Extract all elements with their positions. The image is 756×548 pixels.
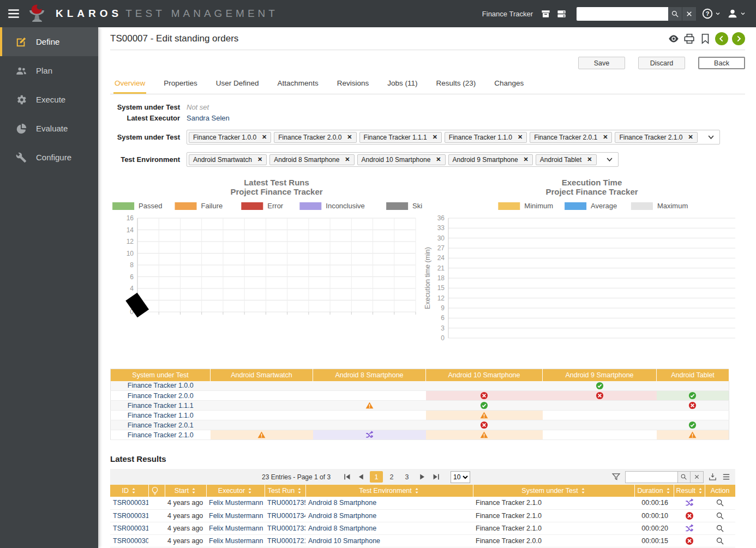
watch-icon[interactable]: [668, 33, 680, 45]
first-page-icon[interactable]: [343, 472, 352, 481]
latest-executor-link[interactable]: Sandra Selen: [187, 114, 230, 122]
results-column-result[interactable]: Result: [674, 485, 705, 497]
sidebar-item-plan[interactable]: Plan: [0, 56, 98, 85]
last-page-icon[interactable]: [431, 472, 441, 481]
search-icon[interactable]: [668, 7, 682, 21]
chip-remove-icon[interactable]: ✕: [436, 156, 441, 163]
tab-overview[interactable]: Overview: [113, 75, 146, 94]
save-button[interactable]: Save: [578, 57, 625, 69]
archive-icon[interactable]: [541, 9, 551, 19]
chip-remove-icon[interactable]: ✕: [262, 134, 267, 141]
bookmark-icon[interactable]: [699, 33, 711, 45]
print-icon[interactable]: [683, 33, 695, 45]
clear-search-icon[interactable]: [682, 7, 696, 21]
table-search-clear-icon[interactable]: [691, 471, 704, 483]
chip-remove-icon[interactable]: ✕: [688, 134, 693, 141]
result-testrun-link[interactable]: TRU0001733: [267, 525, 305, 532]
matrix-cell-warning[interactable]: [211, 430, 313, 440]
chip-remove-icon[interactable]: ✕: [345, 156, 350, 163]
chip-remove-icon[interactable]: ✕: [524, 156, 529, 163]
chip-remove-icon[interactable]: ✕: [603, 134, 608, 141]
global-search-input[interactable]: [577, 7, 668, 21]
result-executor-link[interactable]: Felix Mustermann: [209, 512, 263, 520]
matrix-cell-error[interactable]: [543, 391, 657, 401]
matrix-sut-link[interactable]: Finance Tracker 2.1.0: [111, 430, 211, 440]
results-column-test-environment[interactable]: Test Environment: [305, 485, 473, 497]
filter-funnel-icon[interactable]: [611, 472, 621, 481]
magnifier-icon[interactable]: [716, 498, 724, 507]
matrix-cell-passed[interactable]: [657, 391, 729, 401]
active-project-label[interactable]: Finance Tracker: [482, 10, 533, 18]
sidebar-item-configure[interactable]: Configure: [0, 143, 98, 172]
tab-attachments[interactable]: Attachments: [277, 75, 320, 94]
matrix-cell-warning[interactable]: [313, 401, 426, 411]
matrix-cell-error[interactable]: [426, 391, 543, 401]
columns-menu-icon[interactable]: [722, 472, 731, 481]
magnifier-icon[interactable]: [716, 511, 724, 520]
result-id-link[interactable]: TSR0000311: [113, 525, 148, 532]
page-size-select[interactable]: 10: [451, 471, 470, 483]
multiselect-sut[interactable]: Finance Tracker 1.0.0✕Finance Tracker 2.…: [187, 130, 720, 144]
matrix-cell-passed[interactable]: [543, 381, 657, 391]
result-testrun-link[interactable]: TRU0001734: [267, 512, 305, 520]
matrix-sut-link[interactable]: Finance Tracker 1.0.0: [111, 381, 211, 391]
magnifier-icon[interactable]: [716, 537, 724, 545]
export-download-icon[interactable]: [708, 472, 717, 481]
tab-changes[interactable]: Changes: [493, 75, 525, 94]
matrix-cell-error[interactable]: [426, 420, 543, 430]
page-number-3[interactable]: 3: [400, 471, 413, 483]
discard-button[interactable]: Discard: [638, 57, 685, 69]
sidebar-item-evaluate[interactable]: Evaluate: [0, 114, 98, 143]
result-executor-link[interactable]: Felix Mustermann: [209, 499, 263, 507]
tab-user-defined[interactable]: User Defined: [215, 75, 260, 94]
results-column-lightbulb[interactable]: [148, 485, 165, 497]
result-id-link[interactable]: TSR0000313: [113, 499, 148, 507]
result-id-link[interactable]: TSR0000312: [113, 512, 148, 520]
results-column-id[interactable]: ID: [110, 485, 148, 497]
results-column-system-under-test[interactable]: System under Test: [473, 485, 634, 497]
results-column-start[interactable]: Start: [165, 485, 206, 497]
result-testrun-link[interactable]: TRU0001735: [267, 499, 305, 507]
chip-remove-icon[interactable]: ✕: [257, 156, 262, 163]
chip-remove-icon[interactable]: ✕: [518, 134, 523, 141]
chip-remove-icon[interactable]: ✕: [587, 156, 592, 163]
chip-remove-icon[interactable]: ✕: [347, 134, 352, 141]
chip-remove-icon[interactable]: ✕: [433, 134, 437, 141]
table-search-icon[interactable]: [677, 471, 691, 483]
matrix-cell-passed[interactable]: [657, 420, 729, 430]
magnifier-icon[interactable]: [716, 524, 724, 533]
sidebar-item-execute[interactable]: Execute: [0, 85, 98, 114]
menu-icon[interactable]: [7, 7, 21, 21]
matrix-sut-link[interactable]: Finance Tracker 2.0.1: [111, 420, 211, 430]
matrix-sut-link[interactable]: Finance Tracker 2.0.0: [111, 391, 211, 401]
matrix-sut-link[interactable]: Finance Tracker 1.1.0: [111, 411, 211, 420]
tab-jobs-11-[interactable]: Jobs (11): [386, 75, 418, 94]
page-number-2[interactable]: 2: [385, 471, 398, 483]
tab-properties[interactable]: Properties: [163, 75, 199, 94]
result-environment-link[interactable]: Android 8 Smartphone: [308, 499, 376, 507]
chevron-down-icon[interactable]: [707, 133, 715, 141]
results-column-executor[interactable]: Executor: [206, 485, 265, 497]
previous-item-icon[interactable]: [715, 32, 728, 45]
tab-results-23-[interactable]: Results (23): [435, 75, 477, 94]
next-page-icon[interactable]: [418, 472, 427, 481]
tab-revisions[interactable]: Revisions: [336, 75, 370, 94]
server-icon[interactable]: [556, 9, 567, 19]
matrix-cell-warning[interactable]: [426, 411, 543, 420]
help-menu[interactable]: ?: [701, 8, 721, 20]
matrix-cell-warning[interactable]: [657, 430, 729, 440]
next-item-icon[interactable]: [732, 32, 745, 45]
result-environment-link[interactable]: Android 8 Smartphone: [308, 512, 376, 520]
result-executor-link[interactable]: Felix Mustermann: [209, 525, 263, 532]
sidebar-item-define[interactable]: Define: [0, 27, 98, 56]
results-column-test-run[interactable]: Test Run: [265, 485, 305, 497]
result-environment-link[interactable]: Android 8 Smartphone: [308, 525, 376, 532]
matrix-cell-inconclusive[interactable]: [313, 430, 426, 440]
result-environment-link[interactable]: Android 10 Smartphone: [308, 537, 380, 545]
matrix-cell-warning[interactable]: [426, 430, 543, 440]
results-column-duration[interactable]: Duration: [634, 485, 674, 497]
multiselect-env[interactable]: Android Smartwatch✕Android 8 Smartphone✕…: [187, 152, 619, 167]
table-search-input[interactable]: [625, 471, 677, 483]
matrix-sut-link[interactable]: Finance Tracker 1.1.1: [111, 401, 211, 411]
chevron-down-icon[interactable]: [605, 155, 614, 164]
